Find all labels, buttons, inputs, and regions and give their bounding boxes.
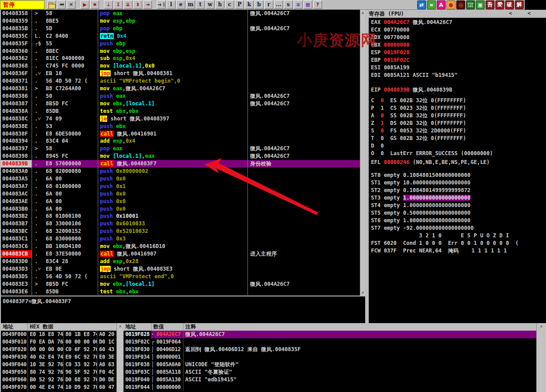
dump-scrollbar[interactable]: ∧ bbox=[116, 323, 124, 392]
step-into-button[interactable]: ⇣ bbox=[104, 0, 113, 9]
pause-button[interactable]: ▮▮ bbox=[90, 0, 99, 9]
plugin-dot-icon[interactable]: ● bbox=[446, 0, 455, 9]
go-to-button[interactable]: →⋮ bbox=[157, 0, 166, 9]
dump-row[interactable]: 0049F03040 62 E4 74E0 6C 92 76E0 3E bbox=[1, 353, 116, 361]
help-button[interactable]: ? bbox=[313, 0, 322, 9]
disasm-row[interactable]: 004083AE.6A 00push 0x0 bbox=[1, 198, 360, 205]
stack-row[interactable]: 0019F034│00000001 bbox=[124, 353, 536, 361]
dump-row[interactable]: 0049F02000 00 00 00C0 6F 92 7660 43 bbox=[1, 346, 116, 353]
window-button-run-trace[interactable]: ... bbox=[274, 0, 283, 9]
register-line[interactable]: ESP 0019F028 bbox=[369, 49, 546, 56]
stack-scrollbar[interactable]: ∧ bbox=[536, 323, 546, 392]
window-button-k[interactable]: k bbox=[245, 0, 254, 9]
disasm-row[interactable]: 00408386.50push eax微风.004A26C7 bbox=[1, 92, 360, 100]
disasm-row[interactable]: 00408387.8B5D FCmov ebx,[local.1]微风.004A… bbox=[1, 100, 360, 108]
register-line[interactable]: ST2 empty 0.1084801499999999872 bbox=[369, 187, 546, 194]
disasm-row[interactable]: 0040838F.E8 6DE50000call 微风.00416901 bbox=[1, 130, 360, 138]
register-line[interactable]: EFL 00000246 (NO,NB,E,BE,NS,PE,GE,LE) bbox=[369, 159, 546, 166]
disasm-row[interactable]: 00408362.81EC 0400000sub esp,0x4 bbox=[1, 55, 360, 62]
disasm-row[interactable]: 00408394.83C4 04add esp,0x4 bbox=[1, 137, 360, 145]
run-button[interactable]: ▶ bbox=[80, 0, 89, 9]
disasm-row[interactable]: 004083A0.68 02000080push 0x80000002 bbox=[1, 168, 360, 175]
window-button-c[interactable]: c bbox=[225, 0, 234, 9]
disasm-row[interactable]: 0040835B.5Dpop ebp微风.004A26C7 bbox=[1, 25, 360, 32]
close-button[interactable]: ✕ bbox=[67, 0, 76, 9]
disasm-row[interactable]: 0040838E.53push ebx bbox=[1, 123, 360, 130]
window-button-h[interactable]: h bbox=[215, 0, 224, 9]
register-line[interactable]: Z 1 DS 002B 32位 0(FFFFFFFF) bbox=[369, 120, 546, 127]
execute-till-return-button[interactable]: ⇥ bbox=[143, 0, 152, 9]
plugin-ai-icon[interactable]: 爱 bbox=[495, 0, 504, 9]
register-line[interactable]: ST3 empty 1.0000000000000000000 bbox=[369, 194, 546, 202]
dump-row[interactable]: 0049F000E0 18 E8 7480 1B E8 74A0 20 bbox=[1, 331, 116, 338]
plugin-pause-icon[interactable]: ▮▮ bbox=[427, 0, 436, 9]
register-line[interactable]: D 0 bbox=[369, 142, 546, 150]
register-line[interactable]: ST0 empty 0.1084801500000000000 bbox=[369, 172, 546, 179]
collapse-button[interactable]: < bbox=[507, 11, 514, 17]
disasm-row[interactable]: 00408358>58pop eax微风.004A26C7 bbox=[1, 10, 360, 17]
disasm-row[interactable]: 0040835F┌$55push ebp bbox=[1, 40, 360, 48]
disasm-row[interactable]: 004083CB.E8 37E50000call 微风.00416907进入主程… bbox=[1, 250, 360, 258]
step-over-button[interactable]: ↧ bbox=[114, 0, 123, 9]
plugin-po-icon[interactable]: 破 bbox=[505, 0, 514, 9]
window-button-m[interactable]: m bbox=[186, 0, 195, 9]
window-button-l[interactable]: l bbox=[167, 0, 175, 9]
register-line[interactable]: ST7 empty -92.000000000000000000 bbox=[369, 224, 546, 232]
register-line[interactable]: 3 2 1 0 E S P U O Z D I bbox=[369, 232, 546, 240]
register-line[interactable]: FCW 037F Prec NEAR,64 掩码 1 1 1 1 1 1 bbox=[369, 247, 546, 255]
window-button-s[interactable]: s bbox=[284, 0, 293, 9]
register-line[interactable]: FST 6020 Cond 1 0 0 0 Err 0 0 1 0 0 0 0 … bbox=[369, 240, 546, 247]
disasm-row[interactable]: 0040839B.E8 57000000call 微风.004083F7身份校验 bbox=[1, 160, 360, 168]
disasm-row[interactable]: 004083D5.56 4D 50 72 (ascii "VMProtect e… bbox=[1, 273, 360, 280]
register-line[interactable]: ECX 00770000 bbox=[369, 26, 546, 34]
plugin-window-icon[interactable]: ▣ bbox=[476, 0, 485, 9]
register-line[interactable]: P 1 CS 0023 32位 0(FFFFFFFF) bbox=[369, 104, 546, 112]
windows-list-button[interactable]: ≡ bbox=[294, 0, 303, 9]
disasm-row[interactable]: 004083D0.83C4 28add esp,0x28 bbox=[1, 258, 360, 265]
disasm-row[interactable]: 0040835CL.C2 0400retn 0x4 bbox=[1, 32, 360, 40]
plugin-a-icon[interactable]: A bbox=[437, 0, 446, 9]
disasm-row[interactable]: 00408371.56 4D 50 72 (ascii "VMProtect b… bbox=[1, 77, 360, 85]
disasm-row[interactable]: 004083C1.68 03000000push 0x3 bbox=[1, 235, 360, 243]
register-line[interactable]: ST1 empty 10.000000000000000000 bbox=[369, 179, 546, 187]
stack-row[interactable]: 0019F02C┌0019F064 bbox=[124, 338, 536, 346]
disasm-row[interactable]: 004083E6.85DBtest ebx,ebx bbox=[1, 288, 360, 296]
dump-row[interactable]: 0049F05080 74 92 7690 5F 92 76F0 4C bbox=[1, 368, 116, 376]
stack-row[interactable]: 0019F038│0085A0A0UNICODE "登陆软件" bbox=[124, 361, 536, 368]
collapse-button[interactable]: < bbox=[526, 11, 533, 17]
window-button-w[interactable]: w bbox=[206, 0, 215, 9]
dump-row[interactable]: 0049F060B0 52 92 76D0 68 92 76D0 DE bbox=[1, 376, 116, 384]
stack-row[interactable]: 0019F040│0085A130ASCII "edb19415" bbox=[124, 376, 536, 384]
disasm-row[interactable]: 004083B0.6A 00push 0x0 bbox=[1, 205, 360, 213]
register-line[interactable]: A 0 SS 002B 32位 0(FFFFFFFF) bbox=[369, 112, 546, 120]
disassembly-scrollbar[interactable]: ∧ ∨ bbox=[360, 10, 365, 296]
register-line[interactable]: T 0 GS 002B 32位 0(FFFFFFFF) bbox=[369, 135, 546, 142]
scroll-up-icon[interactable]: ∧ bbox=[360, 10, 365, 16]
dump-row[interactable]: 0049F04010 3E 92 76C0 33 92 76A0 63 bbox=[1, 361, 116, 368]
window-button-b[interactable]: b bbox=[255, 0, 263, 9]
disasm-row[interactable]: 004083B2.68 01000100push 0x10001 bbox=[1, 212, 360, 220]
stack-row[interactable]: 0019F028·004A26C7微风.004A26C7 bbox=[124, 331, 536, 338]
disasm-row[interactable]: 004083A5.6A 00push 0x0 bbox=[1, 175, 360, 183]
animate-into-button[interactable]: ⇊ bbox=[124, 0, 132, 9]
scroll-up-icon[interactable]: ∧ bbox=[537, 324, 546, 329]
disasm-row[interactable]: 004083E3>8B5D FCmov ebx,[local.1]微风.004A… bbox=[1, 280, 360, 288]
plugin-binary-icon[interactable]: 010 101 bbox=[466, 0, 475, 9]
disasm-row[interactable]: 004083B7.68 33000106push 0x6010033 bbox=[1, 220, 360, 228]
plugin-wu-icon[interactable]: 吾 bbox=[486, 0, 494, 9]
register-line[interactable]: ST5 empty 0.5000000000000000000 bbox=[369, 209, 546, 217]
plugin-swap-icon[interactable]: ⇄ bbox=[417, 0, 426, 9]
scroll-down-icon[interactable]: ∨ bbox=[360, 290, 365, 295]
window-button-r[interactable]: r bbox=[264, 0, 273, 9]
register-line[interactable]: ESI 0085A199 bbox=[369, 64, 546, 72]
register-line[interactable]: ST4 empty 1.0000000000000000000 bbox=[369, 202, 546, 209]
scroll-up-icon[interactable]: ∧ bbox=[117, 324, 124, 329]
register-line[interactable]: EDX 00770000 bbox=[369, 34, 546, 41]
options-button[interactable]: ▦ bbox=[303, 0, 312, 9]
register-line[interactable]: O 0 LastErr ERROR_SUCCESS (00000000) bbox=[369, 150, 546, 157]
dump-row[interactable]: 0049F010F0 EA DA 7600 00 00 00D0 1C bbox=[1, 338, 116, 346]
register-line[interactable]: ST6 empty 1.0000000000000000000 bbox=[369, 217, 546, 224]
disasm-row[interactable]: 00408368.C745 FC 0000mov [local.1],0x0 bbox=[1, 62, 360, 70]
stack-row[interactable]: 0019F030│00406D12返回到 微风.00406D12 来自 微风.0… bbox=[124, 346, 536, 353]
disasm-row[interactable]: 0040836F.˅EB 10jmp short 微风.00408381 bbox=[1, 70, 360, 77]
